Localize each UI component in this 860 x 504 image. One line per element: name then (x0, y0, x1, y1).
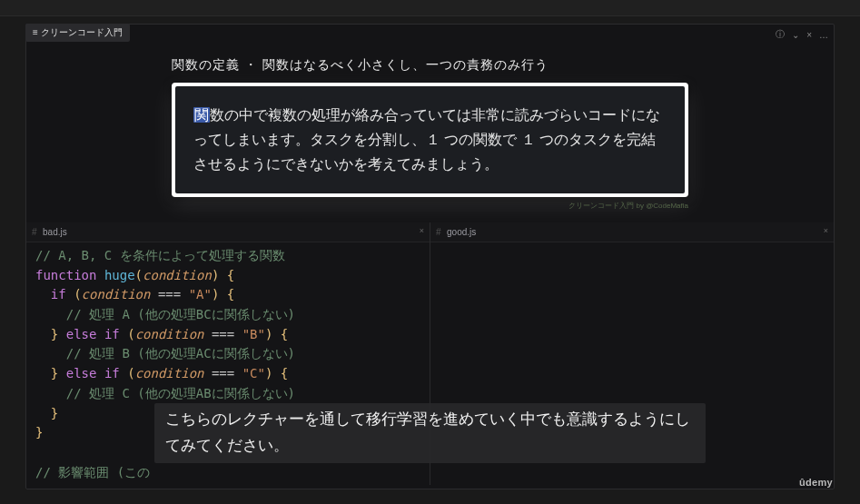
collapse-icon[interactable]: ⌄ (792, 30, 799, 40)
file-icon: # (26, 227, 37, 237)
slide-credit: クリーンコード入門 by @CodeMafia (172, 201, 688, 211)
more-icon[interactable]: … (819, 30, 828, 40)
slide-box: 関数の中で複数の処理が絡み合っていては非常に読みづらいコードになってしまいます。… (172, 83, 688, 197)
slide-heading: 関数の定義 ・ 関数はなるべく小さくし、一つの責務のみ行う (172, 57, 688, 74)
slide-content: 関数の定義 ・ 関数はなるべく小さくし、一つの責務のみ行う 関数の中で複数の処理… (172, 57, 688, 219)
slide-body: 数の中で複数の処理が絡み合っていては非常に読みづらいコードになってしまいます。タ… (193, 107, 660, 172)
panel-title-tab[interactable]: ≡ クリーンコード入門 (25, 24, 130, 42)
bad-file-tab[interactable]: # bad.js × (26, 222, 430, 242)
close-icon[interactable]: × (806, 30, 812, 40)
good-file-tab[interactable]: # good.js × (430, 222, 834, 242)
panel-title-icon: ≡ (33, 27, 41, 37)
good-tab-close-icon[interactable]: × (824, 226, 828, 235)
udemy-watermark: ûdemy (799, 477, 833, 488)
bad-tab-close-icon[interactable]: × (420, 226, 424, 235)
app-topbar (0, 0, 860, 16)
bad-file-name: bad.js (41, 227, 67, 237)
info-icon[interactable]: ⓘ (776, 28, 785, 41)
subtitle-caption: こちらのレクチャーを通して移行学習を進めていく中でも意識するようにしてみてくださ… (154, 403, 706, 463)
highlighted-char: 関 (193, 107, 210, 123)
panel-title-text: クリーンコード入門 (41, 27, 123, 37)
panel-controls: ⓘ ⌄ × … (776, 28, 828, 41)
file-icon: # (430, 227, 441, 237)
good-file-name: good.js (445, 227, 476, 237)
